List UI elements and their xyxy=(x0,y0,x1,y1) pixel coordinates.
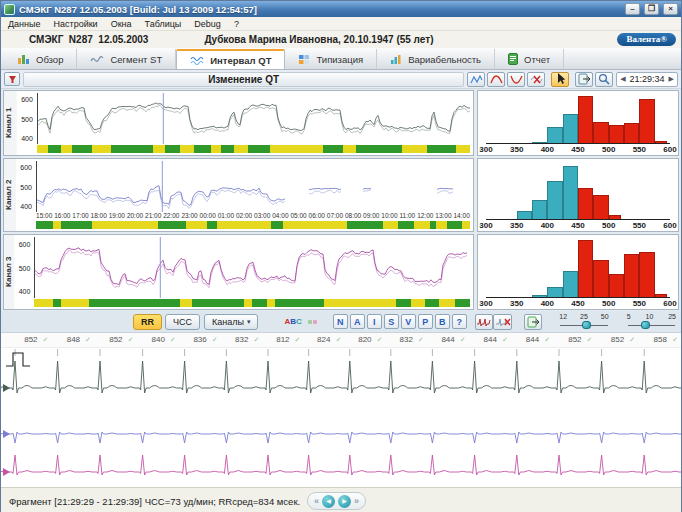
x-tick: 350 xyxy=(510,221,523,230)
menu-item-4[interactable]: Debug xyxy=(194,19,221,29)
speed-slider-knob[interactable] xyxy=(641,321,650,329)
abc-icon[interactable]: ABC xyxy=(284,317,301,326)
forward-icon[interactable]: » xyxy=(354,497,359,506)
ecg-trace-3 xyxy=(1,455,681,475)
tab-st-segment[interactable]: Сегмент ST xyxy=(77,49,176,69)
tab-label: Типизация xyxy=(316,54,363,65)
hist-bar xyxy=(624,254,639,297)
rr-value-12: 844✓ xyxy=(526,335,550,344)
main-region: Канал 1600500400Канал 260050040015:0016:… xyxy=(1,89,681,311)
beat-button-S[interactable]: S xyxy=(384,314,399,329)
qt-quality-strip-3 xyxy=(34,299,470,307)
check-icon: ✓ xyxy=(544,336,550,344)
menu-item-1[interactable]: Настройки xyxy=(54,19,98,29)
rewind-icon[interactable]: « xyxy=(314,497,319,506)
menu-item-2[interactable]: Окна xyxy=(111,19,132,29)
qt-trend-plot-3[interactable] xyxy=(34,237,470,298)
beat-button-V[interactable]: V xyxy=(401,314,416,329)
tab-variability[interactable]: Вариабельность xyxy=(377,49,495,69)
hist-bar xyxy=(624,123,639,143)
speed-slider[interactable]: 51025 xyxy=(626,313,677,331)
channels-dropdown[interactable]: Каналы ▾ xyxy=(204,314,258,330)
lead-marker-3[interactable] xyxy=(3,468,10,476)
beat-button-A[interactable]: A xyxy=(350,314,365,329)
x-tick: 400 xyxy=(541,299,554,308)
hist-bar xyxy=(578,188,593,219)
y-tick: 600 xyxy=(19,241,31,248)
close-button[interactable]: × xyxy=(663,3,678,15)
qt-trend-trace-2 xyxy=(37,161,469,212)
y-tick: 500 xyxy=(21,116,33,123)
menu-item-0[interactable]: Данные xyxy=(8,19,41,29)
rr-button[interactable]: RR xyxy=(133,314,162,330)
time-next-icon[interactable]: ▶ xyxy=(669,75,674,83)
gain-slider[interactable]: 122550 xyxy=(558,313,609,331)
app-window: СМЭКГ N287 12.05.2003 [Build: Jul 13 200… xyxy=(0,0,682,512)
arch-button[interactable] xyxy=(487,72,505,87)
beat-button-B[interactable]: B xyxy=(435,314,450,329)
zoom-button[interactable] xyxy=(595,72,613,87)
u-wave-icon xyxy=(510,74,523,85)
color-dots-icon[interactable] xyxy=(308,320,317,324)
current-time: 21:29:34 xyxy=(630,74,665,84)
ecg-strip-area[interactable] xyxy=(1,348,681,487)
histogram-1: 300350400450500550600 xyxy=(477,90,679,156)
tab-label: Сегмент ST xyxy=(110,54,162,65)
apply-page-button[interactable] xyxy=(575,72,593,87)
beat-delete-button[interactable] xyxy=(493,314,512,330)
lead-marker-2[interactable] xyxy=(3,430,10,438)
x-tick: 300 xyxy=(479,299,492,308)
trend-line-button[interactable] xyxy=(467,72,485,87)
ecg-strip-svg xyxy=(1,348,681,485)
cursor-button[interactable] xyxy=(551,72,569,87)
time-tick: 08:00 xyxy=(345,212,361,220)
restore-button[interactable]: ❐ xyxy=(644,3,659,15)
step-back-icon[interactable]: ◀ xyxy=(322,495,335,508)
fragment-status: Фрагмент [21:29:29 - 21:29:39] ЧСС=73 уд… xyxy=(9,496,300,507)
menu-item-5[interactable]: ? xyxy=(234,19,239,29)
time-tick: 01:00 xyxy=(218,212,234,220)
check-icon: ✓ xyxy=(587,336,593,344)
tab-typing[interactable]: Типизация xyxy=(285,49,377,69)
filter-button[interactable] xyxy=(4,72,20,86)
rr-number: 852 xyxy=(568,335,581,344)
beat-button-P[interactable]: P xyxy=(418,314,433,329)
qt-trend-plot-2[interactable] xyxy=(36,161,470,212)
play-icon[interactable]: ▶ xyxy=(338,495,351,508)
hr-button[interactable]: ЧСС xyxy=(165,314,200,330)
x-tick: 350 xyxy=(510,299,523,308)
grid-icon xyxy=(298,54,310,65)
gain-slider-knob[interactable] xyxy=(582,321,591,329)
qt-trend-plot-1[interactable] xyxy=(37,93,470,144)
wave-excluded-button[interactable] xyxy=(527,72,545,87)
time-prev-icon[interactable]: ◀ xyxy=(620,75,625,83)
beat-button-I[interactable]: I xyxy=(367,314,382,329)
time-navigator[interactable]: ◀ 21:29:34 ▶ xyxy=(616,72,678,87)
u-wave-button[interactable] xyxy=(507,72,525,87)
tab-overview[interactable]: Обзор xyxy=(4,49,77,69)
speed-slider-labels: 51025 xyxy=(626,313,677,320)
menu-item-3[interactable]: Таблицы xyxy=(145,19,182,29)
tab-label: Отчет xyxy=(524,54,550,65)
hist-bar xyxy=(655,141,667,143)
rr-number: 836 xyxy=(193,335,206,344)
playback-controls: « ◀ ▶ » xyxy=(307,492,366,510)
beat-button-N[interactable]: N xyxy=(333,314,348,329)
tab-qt-interval[interactable]: Интервал QT xyxy=(176,49,285,69)
time-axis: 15:0016:0017:0018:0019:0020:0021:0022:00… xyxy=(36,212,470,220)
rr-number: 844 xyxy=(441,335,454,344)
time-tick: 09:00 xyxy=(363,212,379,220)
ecg-trace-2 xyxy=(1,432,681,443)
tab-report[interactable]: Отчет xyxy=(495,49,564,69)
beat-marks-button[interactable] xyxy=(475,314,494,330)
wave-qt-icon xyxy=(190,55,204,65)
beat-button-unknown[interactable]: ? xyxy=(452,314,467,329)
gain-slider-labels: 122550 xyxy=(558,313,609,320)
lead-marker-1[interactable] xyxy=(3,384,10,392)
apply-page-icon xyxy=(578,73,591,85)
time-tick: 17:00 xyxy=(72,212,88,220)
menu-bar: ДанныеНастройкиОкнаТаблицыDebug? xyxy=(1,17,681,31)
minimize-button[interactable]: – xyxy=(625,3,640,15)
calibration-pulse-icon xyxy=(6,353,30,366)
apply-page-button[interactable] xyxy=(524,314,543,330)
